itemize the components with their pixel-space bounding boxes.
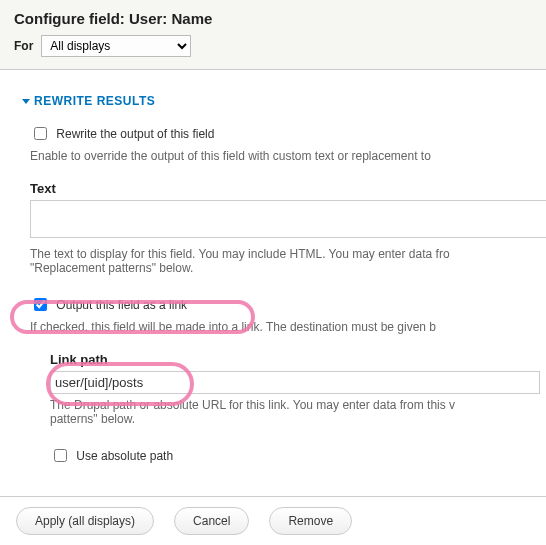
output-as-link-label: Output this field as a link (56, 298, 187, 312)
link-path-group: Link path The Drupal path or absolute UR… (50, 352, 524, 463)
output-as-link-checkbox[interactable] (34, 298, 47, 311)
link-path-desc2: patterns" below. (50, 412, 524, 426)
cancel-button[interactable]: Cancel (174, 507, 249, 535)
caret-down-icon (22, 99, 30, 104)
link-path-input[interactable] (50, 371, 540, 394)
use-absolute-option: Use absolute path (50, 444, 524, 463)
fieldset-title-text: REWRITE RESULTS (34, 94, 155, 108)
dialog-body: REWRITE RESULTS Rewrite the output of th… (0, 70, 546, 481)
dialog-footer: Apply (all displays) Cancel Remove (0, 496, 546, 545)
remove-button[interactable]: Remove (269, 507, 352, 535)
output-as-link-option: Output this field as a link (30, 293, 524, 312)
rewrite-output-checkbox[interactable] (34, 127, 47, 140)
dialog-title: Configure field: User: Name (14, 10, 532, 27)
output-as-link-desc: If checked, this field will be made into… (30, 320, 524, 334)
rewrite-output-label: Rewrite the output of this field (56, 127, 214, 141)
rewrite-results-fieldset-toggle[interactable]: REWRITE RESULTS (22, 94, 524, 108)
text-textarea[interactable] (30, 200, 546, 238)
use-absolute-label: Use absolute path (76, 449, 173, 463)
use-absolute-checkbox[interactable] (54, 449, 67, 462)
for-row: For All displays (14, 35, 532, 57)
link-path-label: Link path (50, 352, 524, 367)
for-label: For (14, 39, 33, 53)
text-desc2: "Replacement patterns" below. (30, 261, 524, 275)
link-path-desc: The Drupal path or absolute URL for this… (50, 398, 524, 412)
text-label: Text (30, 181, 524, 196)
for-select[interactable]: All displays (41, 35, 191, 57)
rewrite-output-desc: Enable to override the output of this fi… (30, 149, 524, 163)
dialog-header: Configure field: User: Name For All disp… (0, 0, 546, 70)
rewrite-output-option: Rewrite the output of this field (30, 122, 524, 141)
apply-button[interactable]: Apply (all displays) (16, 507, 154, 535)
text-desc: The text to display for this field. You … (30, 247, 524, 261)
